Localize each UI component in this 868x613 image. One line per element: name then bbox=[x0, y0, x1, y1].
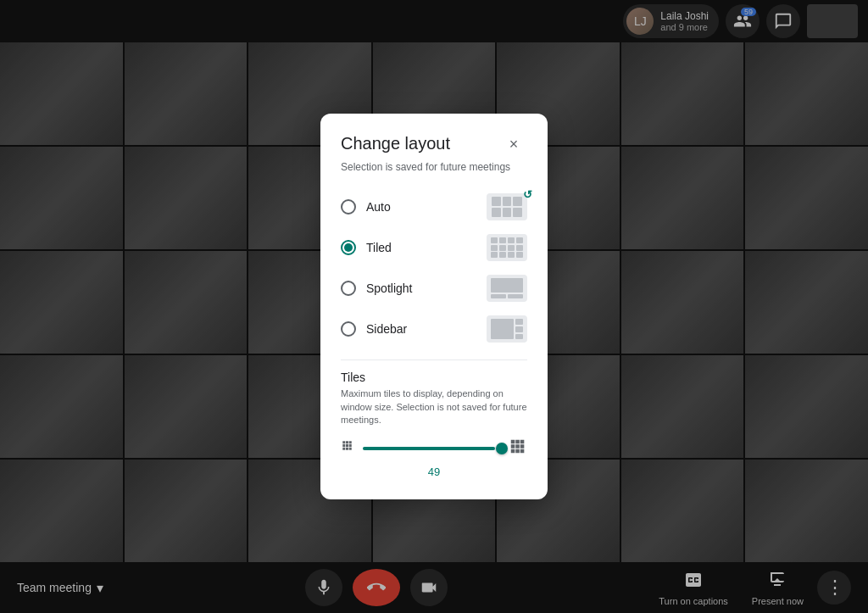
layout-option-left-tiled: Tiled bbox=[341, 240, 392, 255]
dialog-close-button[interactable]: × bbox=[500, 131, 527, 158]
tiles-section: Tiles Maximum tiles to display, dependin… bbox=[341, 359, 527, 478]
layout-option-left-sidebar: Sidebar bbox=[341, 321, 407, 337]
layout-option-spotlight[interactable]: Spotlight bbox=[341, 268, 527, 309]
modal-overlay: Change layout × Selection is saved for f… bbox=[0, 0, 868, 613]
grid-small-icon bbox=[341, 439, 356, 459]
layout-option-left-auto: Auto bbox=[341, 199, 391, 215]
layout-preview-auto: ↺ bbox=[487, 193, 527, 220]
auto-refresh-icon: ↺ bbox=[523, 188, 532, 201]
change-layout-dialog: Change layout × Selection is saved for f… bbox=[320, 114, 548, 499]
dialog-title: Change layout bbox=[341, 134, 450, 153]
dialog-subtitle: Selection is saved for future meetings bbox=[341, 161, 527, 173]
layout-preview-tiled bbox=[487, 234, 527, 261]
radio-sidebar bbox=[341, 321, 356, 337]
grid-large-icon bbox=[509, 437, 527, 460]
layout-label-spotlight: Spotlight bbox=[366, 281, 412, 295]
dialog-header: Change layout × bbox=[341, 134, 527, 158]
tiles-slider[interactable] bbox=[363, 440, 502, 457]
layout-options: Auto ↺ Tiled bbox=[341, 187, 527, 349]
radio-spotlight bbox=[341, 281, 356, 296]
slider-value: 49 bbox=[428, 465, 440, 478]
layout-option-auto[interactable]: Auto ↺ bbox=[341, 187, 527, 227]
layout-label-auto: Auto bbox=[366, 200, 391, 214]
layout-option-tiled[interactable]: Tiled bbox=[341, 227, 527, 268]
slider-value-container: 49 bbox=[341, 464, 527, 479]
slider-fill bbox=[363, 447, 495, 450]
preview-sidebar-layout bbox=[491, 319, 523, 339]
layout-label-sidebar: Sidebar bbox=[366, 322, 407, 336]
layout-label-tiled: Tiled bbox=[366, 241, 392, 254]
preview-spotlight-bottom bbox=[491, 294, 523, 299]
preview-auto-grid bbox=[492, 197, 522, 217]
tiles-title: Tiles bbox=[341, 371, 527, 384]
radio-tiled bbox=[341, 240, 356, 255]
preview-spotlight-layout bbox=[491, 278, 523, 298]
layout-option-left-spotlight: Spotlight bbox=[341, 281, 412, 296]
radio-auto bbox=[341, 199, 356, 215]
slider-row bbox=[341, 437, 527, 460]
tiles-description: Maximum tiles to display, depending on w… bbox=[341, 387, 527, 426]
preview-tiled-grid bbox=[491, 237, 523, 258]
layout-preview-sidebar bbox=[487, 315, 527, 343]
slider-thumb bbox=[496, 443, 508, 454]
slider-track bbox=[363, 447, 502, 450]
layout-option-sidebar[interactable]: Sidebar bbox=[341, 309, 527, 349]
layout-preview-spotlight bbox=[487, 275, 527, 302]
